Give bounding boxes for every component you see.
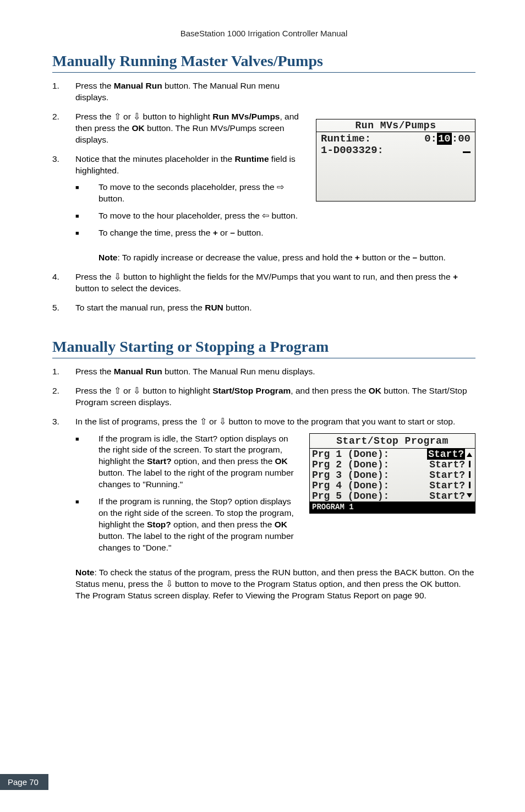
t: + <box>213 228 218 237</box>
lcd1-seconds: :00 <box>452 133 471 145</box>
lcd2-row-right: Start? <box>429 459 465 470</box>
bullet-icon: ■ <box>75 433 99 491</box>
s1-step1-num: 1. <box>52 80 75 103</box>
s2-step3: 3. In the list of programs, press the ⇧ … <box>52 416 475 559</box>
lcd2-title: Start/Stop Program <box>310 434 475 449</box>
s1-step3-sub2: ■ To move to the hour placeholder, press… <box>75 210 305 222</box>
s1-step2: 2. Press the ⇧ or ⇩ button to highlight … <box>52 111 305 146</box>
t: Stop? <box>147 520 171 529</box>
t: Press the <box>75 272 114 281</box>
s1-step4: 4. Press the ⇩ button to highlight the f… <box>52 271 475 295</box>
arrow-right-icon: ⇨ <box>277 182 284 192</box>
lcd2-row: Prg 2 (Done):Start? <box>312 460 473 470</box>
s1-step3-sub1: ■ To move to the seconds placeholder, pr… <box>75 182 305 205</box>
t: button. The label to the right of the pr… <box>99 531 294 552</box>
t: RUN <box>205 303 223 312</box>
lcd2-row-right: Start? <box>427 449 465 460</box>
t: OK <box>369 386 381 395</box>
lcd2-row-left: Prg 4 (Done): <box>312 481 389 491</box>
lcd-start-stop-program: Start/Stop Program Prg 1 (Done):Start?Pr… <box>309 433 475 514</box>
lcd2-row-right-wrap: Start? <box>429 491 473 502</box>
s2-note: Note: To check the status of the program… <box>75 567 475 602</box>
arrow-down-icon: ⇩ <box>219 417 226 426</box>
lcd2-scrollbar-seg <box>466 460 473 470</box>
lcd1-device-id: 1-D003329: <box>321 145 384 156</box>
lcd2-row-right: Start? <box>429 470 465 481</box>
t: Runtime <box>235 154 269 164</box>
t: In the list of programs, press the <box>75 417 200 426</box>
s1-note: Note: To rapidly increase or decrease th… <box>99 252 475 264</box>
section-heading-2: Manually Starting or Stopping a Program <box>52 338 475 358</box>
t: Press the <box>75 81 114 90</box>
bullet-icon: ■ <box>75 227 99 239</box>
s2-step3-sub1: ■ If the program is idle, the Start? opt… <box>75 433 298 491</box>
arrow-down-icon: ⇩ <box>166 579 173 588</box>
lcd1-minutes-highlighted: 10 <box>437 133 452 145</box>
t: button. The Manual Run menu displays. <box>162 367 315 376</box>
t: Manual Run <box>114 367 162 376</box>
t: – <box>230 228 235 237</box>
arrow-left-icon: ⇦ <box>262 211 269 220</box>
t: button to move to the program that you w… <box>226 417 455 426</box>
t: or <box>121 386 133 395</box>
lcd2-scrollbar-seg <box>466 481 473 491</box>
lcd2-row-right: Start? <box>429 491 465 502</box>
t: button. <box>235 228 264 237</box>
s1-step2-num: 2. <box>52 111 75 146</box>
scrollbar-track-icon <box>469 461 471 467</box>
t: Start? <box>147 456 172 466</box>
t: To move to the hour placeholder, press t… <box>99 211 262 220</box>
t: , and then press the <box>291 386 368 395</box>
t: – <box>413 253 418 262</box>
lcd2-row-left: Prg 1 (Done): <box>312 449 389 460</box>
arrow-down-icon: ⇩ <box>114 272 121 281</box>
t: Manual Run <box>114 81 162 90</box>
t: To move to the seconds placeholder, pres… <box>99 182 277 192</box>
t: OK <box>275 520 287 529</box>
t: option, and then press the <box>172 456 275 466</box>
t: : To rapidly increase or decrease the va… <box>117 253 354 262</box>
scroll-down-icon <box>467 493 472 499</box>
t: To change the time, press the <box>99 228 213 237</box>
t: button to highlight <box>140 386 212 395</box>
arrow-down-icon: ⇩ <box>133 386 140 395</box>
arrow-up-icon: ⇧ <box>200 417 207 426</box>
lcd2-footer: PROGRAM 1 <box>310 502 475 513</box>
t: OK <box>132 123 145 133</box>
section-heading-1: Manually Running Master Valves/Pumps <box>52 52 475 73</box>
lcd2-row-left: Prg 3 (Done): <box>312 470 389 481</box>
lcd1-hours: 0: <box>424 133 437 145</box>
s2-step3-num: 3. <box>52 416 75 559</box>
t: + <box>453 272 458 281</box>
lcd1-device-value <box>463 145 471 156</box>
page-footer: Page 70 <box>0 774 48 790</box>
arrow-up-icon: ⇧ <box>114 386 121 395</box>
bullet-icon: ■ <box>75 210 99 222</box>
t: Press the <box>75 112 114 121</box>
arrow-down-icon: ⇩ <box>133 112 140 121</box>
t: button. The label to the right of the pr… <box>99 468 294 489</box>
arrow-up-icon: ⇧ <box>114 112 121 121</box>
s1-step3: 3. Notice that the minutes placeholder i… <box>52 154 305 245</box>
lcd2-row-left: Prg 5 (Done): <box>312 491 389 502</box>
t: Press the <box>75 367 114 376</box>
t: button. <box>223 303 252 312</box>
s2-step2: 2. Press the ⇧ or ⇩ button to highlight … <box>52 385 475 408</box>
s2-step3-sub2: ■ If the program is running, the Stop? o… <box>75 496 298 554</box>
t: Start/Stop Program <box>212 386 291 395</box>
note-label: Note <box>99 253 117 262</box>
s2-step2-num: 2. <box>52 385 75 408</box>
t: button. <box>269 211 298 220</box>
lcd-run-mvs-pumps: Run MVs/Pumps Runtime: 0:10:00 1-D003329… <box>316 119 475 201</box>
lcd2-row: Prg 4 (Done):Start? <box>312 481 473 491</box>
t: Notice that the minutes placeholder in t… <box>75 154 235 164</box>
lcd2-scrollbar-seg <box>466 470 473 481</box>
lcd2-scrollbar-seg <box>466 491 473 502</box>
doc-header: BaseStation 1000 Irrigation Controller M… <box>52 29 475 38</box>
s1-step1: 1. Press the Manual Run button. The Manu… <box>52 80 305 103</box>
lcd2-row: Prg 3 (Done):Start? <box>312 470 473 481</box>
s2-step1: 1. Press the Manual Run button. The Manu… <box>52 366 475 378</box>
lcd2-scrollbar-seg <box>466 449 473 460</box>
lcd1-runtime-value: 0:10:00 <box>424 133 471 145</box>
lcd2-row-right-wrap: Start? <box>429 460 473 470</box>
